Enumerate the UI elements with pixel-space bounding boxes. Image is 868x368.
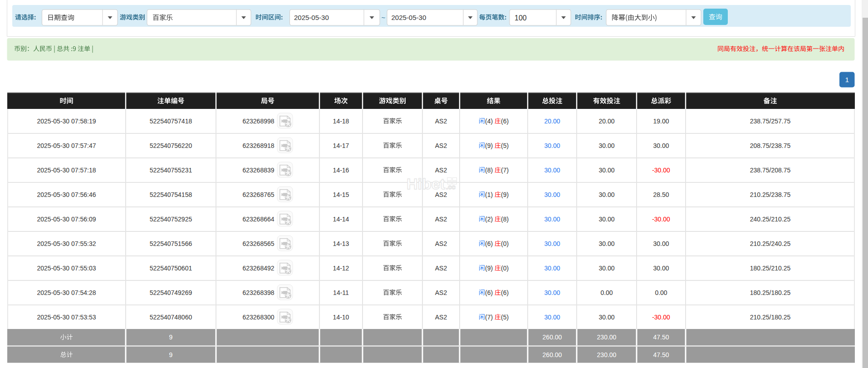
- svg-text:180.25/180.25: 180.25/180.25: [750, 289, 791, 296]
- svg-text:(6): (6): [485, 289, 493, 296]
- svg-text:(5): (5): [501, 314, 509, 321]
- svg-text:522540751566: 522540751566: [150, 240, 192, 247]
- svg-text:Hibet: Hibet: [407, 175, 445, 192]
- svg-text:30.00: 30.00: [544, 314, 560, 321]
- svg-text:522540748060: 522540748060: [150, 314, 192, 321]
- svg-text:-30.00: -30.00: [652, 167, 670, 174]
- svg-text:2025-05-30 07:55:03: 2025-05-30 07:55:03: [37, 265, 96, 272]
- svg-text:30.00: 30.00: [598, 167, 614, 174]
- svg-text:2025-05-30 07:53:53: 2025-05-30 07:53:53: [37, 314, 96, 321]
- svg-text:30.00: 30.00: [544, 142, 560, 149]
- svg-text:(6): (6): [485, 240, 493, 247]
- svg-text:2025-05-30 07:57:47: 2025-05-30 07:57:47: [37, 142, 96, 149]
- svg-text:238.75/208.75: 238.75/208.75: [750, 167, 791, 174]
- svg-text:(1): (1): [485, 191, 493, 198]
- svg-text:AS2: AS2: [435, 118, 447, 125]
- svg-text:(7): (7): [485, 314, 493, 321]
- svg-text:14-11: 14-11: [333, 289, 349, 296]
- svg-text:14-14: 14-14: [333, 216, 349, 223]
- svg-text:(0): (0): [501, 240, 509, 247]
- svg-text:623268300: 623268300: [242, 314, 274, 321]
- svg-text:30.00: 30.00: [598, 216, 614, 223]
- svg-text:1: 1: [845, 76, 849, 83]
- svg-text:30.00: 30.00: [598, 240, 614, 247]
- svg-text:522540756220: 522540756220: [150, 142, 192, 149]
- svg-text:2025-05-30 07:57:18: 2025-05-30 07:57:18: [37, 167, 96, 174]
- svg-text:30.00: 30.00: [544, 265, 560, 272]
- svg-text:(6): (6): [501, 289, 509, 296]
- svg-text:AS2: AS2: [435, 265, 447, 272]
- svg-text:522540757418: 522540757418: [150, 118, 192, 125]
- svg-text:(0): (0): [501, 265, 509, 272]
- svg-text:30.00: 30.00: [544, 191, 560, 198]
- svg-text:623268664: 623268664: [242, 216, 274, 223]
- svg-text:14-18: 14-18: [333, 118, 349, 125]
- svg-text:180.25/210.25: 180.25/210.25: [750, 265, 791, 272]
- svg-text:30.00: 30.00: [653, 265, 669, 272]
- svg-text:AS2: AS2: [435, 216, 447, 223]
- svg-text:30.00: 30.00: [598, 265, 614, 272]
- svg-text:0.00: 0.00: [600, 289, 613, 296]
- svg-text:AS2: AS2: [435, 191, 447, 198]
- svg-text:14-10: 14-10: [333, 314, 349, 321]
- svg-text:2025-05-30: 2025-05-30: [392, 14, 427, 21]
- svg-text:210.25/240.25: 210.25/240.25: [750, 240, 791, 247]
- svg-text:14-13: 14-13: [333, 240, 349, 247]
- svg-text:19.00: 19.00: [653, 118, 669, 125]
- svg-text:240.25/210.25: 240.25/210.25: [750, 216, 791, 223]
- svg-text:522540752925: 522540752925: [150, 216, 192, 223]
- svg-text:14-16: 14-16: [333, 167, 349, 174]
- svg-text:2025-05-30 07:58:19: 2025-05-30 07:58:19: [37, 118, 96, 125]
- svg-text:522540750601: 522540750601: [150, 265, 192, 272]
- svg-text:(5): (5): [501, 142, 509, 149]
- svg-text:47.50: 47.50: [653, 334, 669, 341]
- svg-text:30.00: 30.00: [544, 240, 560, 247]
- svg-text:(2): (2): [485, 216, 493, 223]
- svg-text:(4): (4): [485, 118, 493, 125]
- svg-text:20.00: 20.00: [598, 118, 614, 125]
- svg-text:28.50: 28.50: [653, 191, 669, 198]
- svg-text:14-12: 14-12: [333, 265, 349, 272]
- svg-text:623268998: 623268998: [242, 118, 274, 125]
- svg-text:230.00: 230.00: [597, 334, 617, 341]
- svg-text:9: 9: [169, 351, 173, 358]
- svg-text:623268492: 623268492: [242, 265, 274, 272]
- svg-text:AS2: AS2: [435, 289, 447, 296]
- svg-text:(6): (6): [501, 118, 509, 125]
- svg-text:210.25/180.25: 210.25/180.25: [750, 314, 791, 321]
- svg-text:100: 100: [515, 14, 527, 22]
- svg-text:522540749269: 522540749269: [150, 289, 192, 296]
- svg-text:623268765: 623268765: [242, 191, 274, 198]
- svg-text:9: 9: [169, 334, 173, 341]
- svg-text:(8): (8): [501, 216, 509, 223]
- svg-text:14-17: 14-17: [333, 142, 349, 149]
- svg-text:30.00: 30.00: [544, 216, 560, 223]
- svg-text:2025-05-30 07:55:32: 2025-05-30 07:55:32: [37, 240, 96, 247]
- svg-text:-30.00: -30.00: [652, 216, 670, 223]
- svg-text:0.00: 0.00: [655, 289, 667, 296]
- svg-text:-30.00: -30.00: [652, 314, 670, 321]
- svg-text:14-15: 14-15: [333, 191, 349, 198]
- svg-text:522540754158: 522540754158: [150, 191, 192, 198]
- svg-text:2025-05-30 07:56:46: 2025-05-30 07:56:46: [37, 191, 96, 198]
- svg-text:30.00: 30.00: [598, 314, 614, 321]
- svg-text:30.00: 30.00: [653, 240, 669, 247]
- svg-text:(9): (9): [485, 265, 493, 272]
- svg-text:30.00: 30.00: [653, 142, 669, 149]
- svg-text:30.00: 30.00: [544, 167, 560, 174]
- svg-text:(7): (7): [501, 167, 509, 174]
- svg-text:47.50: 47.50: [653, 351, 669, 358]
- svg-text:~: ~: [382, 14, 386, 21]
- svg-text:2025-05-30 07:54:28: 2025-05-30 07:54:28: [37, 289, 96, 296]
- svg-text:210.25/238.75: 210.25/238.75: [750, 191, 791, 198]
- svg-text:260.00: 260.00: [543, 351, 562, 358]
- svg-text:623268918: 623268918: [242, 142, 274, 149]
- svg-text:AS2: AS2: [435, 314, 447, 321]
- svg-text:623268398: 623268398: [242, 289, 274, 296]
- svg-text:(9): (9): [485, 142, 493, 149]
- svg-text:522540755231: 522540755231: [150, 167, 192, 174]
- svg-text:(8): (8): [485, 167, 493, 174]
- svg-text:20.00: 20.00: [544, 118, 560, 125]
- svg-text:260.00: 260.00: [543, 334, 562, 341]
- svg-text:208.75/238.75: 208.75/238.75: [750, 142, 791, 149]
